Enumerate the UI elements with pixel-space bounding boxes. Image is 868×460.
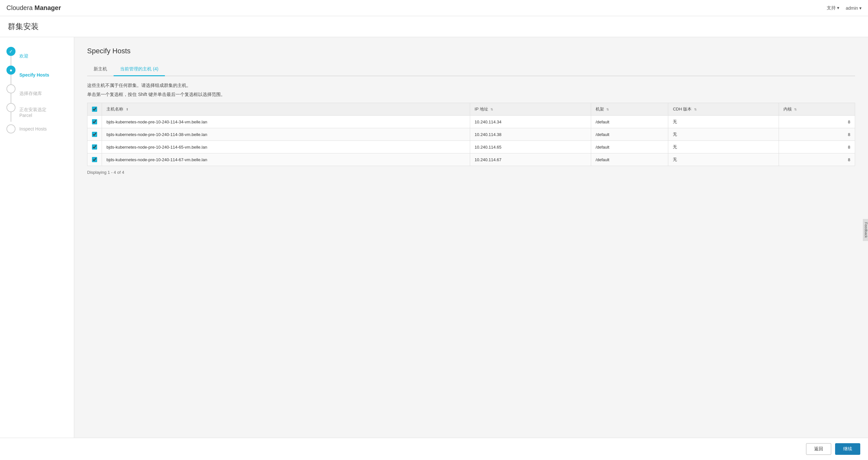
row-rack: /default [591,128,668,141]
sidebar: ✓ 欢迎 ● Specify Hosts 选择存储库 [0,37,74,438]
row-ip: 10.240.114.38 [470,128,591,141]
row-cdh: 无 [668,153,779,166]
step-label-welcome: 欢迎 [19,53,28,59]
table-row: bjds-kubernetes-node-pre-10-240-114-38-v… [88,128,855,141]
row-ip: 10.240.114.34 [470,116,591,128]
app-logo: Cloudera Manager [6,4,61,11]
row-checkbox-0[interactable] [92,119,97,124]
select-all-checkbox[interactable] [92,107,97,112]
feedback-tab[interactable]: Feedback [863,219,868,241]
sort-rack-icon[interactable]: ⇅ [606,108,609,111]
step-circle-specify-hosts: ● [6,65,16,75]
sort-cdh-icon[interactable]: ⇅ [694,108,697,111]
row-cdh: 无 [668,116,779,128]
sidebar-item-welcome[interactable]: ✓ 欢迎 [0,47,74,65]
row-checkbox-cell [88,153,102,166]
table-row: bjds-kubernetes-node-pre-10-240-114-34-v… [88,116,855,128]
row-ip: 10.240.114.65 [470,141,591,153]
tabs: 新主机 当前管理的主机 (4) [87,63,855,76]
main-layout: ✓ 欢迎 ● Specify Hosts 选择存储库 [0,37,868,438]
row-cdh: 无 [668,141,779,153]
row-rack: /default [591,141,668,153]
tab-current-managed[interactable]: 当前管理的主机 (4) [114,63,165,76]
row-rack: /default [591,116,668,128]
row-hostname: bjds-kubernetes-node-pre-10-240-114-34-v… [102,116,470,128]
sort-cores-icon[interactable]: ⇅ [794,108,797,111]
desc-text-1: 这些主机不属于任何群集。请选择组成群集的主机。 [87,83,855,88]
step-circle-select-repo [6,84,16,93]
row-checkbox-3[interactable] [92,157,97,162]
step-label-install-parcel-1: 正在安装选定 [19,107,46,113]
content-title: Specify Hosts [87,47,855,55]
table-row: bjds-kubernetes-node-pre-10-240-114-65-v… [88,141,855,153]
step-label-inspect-hosts: Inspect Hosts [19,126,47,132]
step-circle-install-parcel [6,103,16,112]
top-nav: Cloudera Manager 支持 ▾ admin ▾ [0,0,868,16]
page-title: 群集安装 [8,21,860,32]
col-header-cdh: CDH 版本 ⇅ [668,103,779,116]
row-checkbox-cell [88,116,102,128]
row-rack: /default [591,153,668,166]
page-header: 群集安装 [0,16,868,37]
step-label-select-repo: 选择存储库 [19,91,42,96]
sort-name-icon[interactable]: ⬆ [126,108,128,111]
footer: 返回 继续 [0,438,868,460]
row-checkbox-cell [88,128,102,141]
col-header-checkbox [88,103,102,116]
desc-text-2: 单击第一个复选框，按住 Shift 键并单击最后一个复选框以选择范围。 [87,92,855,97]
row-cores: 8 [779,116,855,128]
col-header-rack: 机架 ⇅ [591,103,668,116]
row-cores: 8 [779,128,855,141]
col-header-cores: 内核 ⇅ [779,103,855,116]
support-link[interactable]: 支持 ▾ [827,5,839,11]
row-checkbox-1[interactable] [92,132,97,137]
displaying-text: Displaying 1 - 4 of 4 [87,170,855,175]
row-cores: 8 [779,153,855,166]
sort-ip-icon[interactable]: ⇅ [491,108,493,111]
col-header-ip: IP 地址 ⇅ [470,103,591,116]
row-checkbox-cell [88,141,102,153]
row-hostname: bjds-kubernetes-node-pre-10-240-114-65-v… [102,141,470,153]
top-nav-right: 支持 ▾ admin ▾ [827,5,862,11]
sidebar-item-inspect-hosts: Inspect Hosts [0,122,74,136]
col-header-name: 主机名称 ⬆ [102,103,470,116]
sidebar-item-select-repo: 选择存储库 [0,84,74,103]
continue-button[interactable]: 继续 [835,443,860,455]
admin-link[interactable]: admin ▾ [846,5,862,11]
back-button[interactable]: 返回 [806,443,831,455]
table-row: bjds-kubernetes-node-pre-10-240-114-67-v… [88,153,855,166]
step-circle-inspect-hosts [6,124,16,134]
row-hostname: bjds-kubernetes-node-pre-10-240-114-67-v… [102,153,470,166]
row-ip: 10.240.114.67 [470,153,591,166]
row-hostname: bjds-kubernetes-node-pre-10-240-114-38-v… [102,128,470,141]
sidebar-item-specify-hosts[interactable]: ● Specify Hosts [0,65,74,84]
tab-new-host[interactable]: 新主机 [87,63,114,76]
host-table: 主机名称 ⬆ IP 地址 ⇅ 机架 ⇅ CDH 版本 ⇅ [87,103,855,166]
sidebar-item-install-parcel: 正在安装选定 Parcel [0,103,74,122]
content-area: Specify Hosts 新主机 当前管理的主机 (4) 这些主机不属于任何群… [74,37,868,438]
step-circle-welcome: ✓ [6,47,16,56]
step-label-install-parcel-2: Parcel [19,113,32,118]
row-cores: 8 [779,141,855,153]
step-label-specify-hosts: Specify Hosts [19,73,50,78]
row-checkbox-2[interactable] [92,144,97,149]
row-cdh: 无 [668,128,779,141]
